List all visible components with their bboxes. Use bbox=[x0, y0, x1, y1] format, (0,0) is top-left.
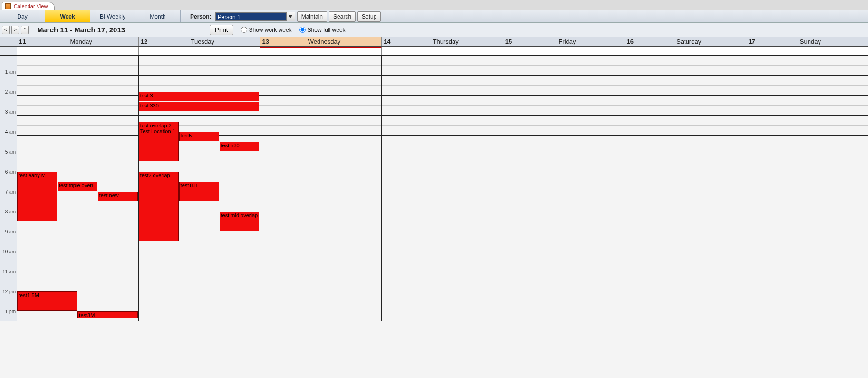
form-icon bbox=[5, 3, 11, 9]
show-full-week-radio[interactable]: Show full week bbox=[299, 27, 346, 33]
calendar-event[interactable]: test triple overl bbox=[58, 182, 97, 191]
work-week-radio-label: Show work week bbox=[249, 27, 292, 33]
view-bi-weekly[interactable]: Bi-Weekly bbox=[90, 10, 135, 22]
person-selected-value: Person 1 bbox=[215, 12, 287, 21]
hour-label: 9 am bbox=[5, 229, 16, 234]
navigation-toolbar: < > ^ March 11 - March 17, 2013 Print Sh… bbox=[0, 23, 868, 37]
view-day[interactable]: Day bbox=[0, 10, 45, 22]
view-week[interactable]: Week bbox=[45, 10, 90, 22]
day-name: Sunday bbox=[755, 38, 866, 45]
day-column-friday[interactable] bbox=[503, 56, 625, 321]
tab-strip: Calendar View bbox=[0, 0, 868, 10]
hour-label: 2 am bbox=[5, 89, 16, 95]
all-day-row bbox=[0, 47, 868, 56]
all-day-cell[interactable] bbox=[382, 47, 503, 55]
calendar-event[interactable]: test5 bbox=[179, 132, 219, 141]
person-label: Person: bbox=[181, 10, 215, 22]
day-header-row: 11Monday12Tuesday13Wednesday14Thursday15… bbox=[0, 37, 868, 47]
today-button[interactable]: ^ bbox=[21, 26, 29, 34]
tab-calendar-view[interactable]: Calendar View bbox=[2, 2, 55, 10]
calendar-event[interactable]: test new bbox=[98, 192, 138, 201]
day-header-thursday[interactable]: 14Thursday bbox=[382, 37, 503, 46]
day-header-saturday[interactable]: 16Saturday bbox=[625, 37, 747, 46]
view-month[interactable]: Month bbox=[135, 10, 181, 22]
calendar-event[interactable]: test3M bbox=[77, 311, 137, 318]
day-name: Tuesday bbox=[147, 38, 258, 45]
calendar-event[interactable]: test early M bbox=[17, 172, 57, 221]
day-name: Friday bbox=[512, 38, 622, 45]
day-header-friday[interactable]: 15Friday bbox=[503, 37, 625, 46]
time-gutter: 1 am2 am3 am4 am5 am6 am7 am8 am9 am10 a… bbox=[0, 56, 17, 321]
hour-label: 8 am bbox=[5, 209, 16, 214]
day-column-monday[interactable]: test early Mtest triple overltest newtes… bbox=[17, 56, 139, 321]
calendar-event[interactable]: test 330 bbox=[139, 102, 260, 111]
all-day-cell[interactable] bbox=[17, 47, 139, 55]
hour-label: 12 pm bbox=[2, 289, 16, 294]
hour-label: 1 pm bbox=[5, 309, 16, 314]
setup-button[interactable]: Setup bbox=[357, 11, 381, 22]
hour-label: 10 am bbox=[2, 249, 16, 254]
day-number: 12 bbox=[141, 38, 147, 45]
day-column-tuesday[interactable]: test 3test 330test overlap 2- Test Locat… bbox=[139, 56, 260, 321]
prev-week-button[interactable]: < bbox=[2, 26, 10, 34]
day-number: 16 bbox=[627, 38, 634, 45]
day-column-saturday[interactable] bbox=[625, 56, 747, 321]
show-work-week-radio[interactable]: Show work week bbox=[241, 27, 292, 33]
day-name: Saturday bbox=[634, 38, 744, 45]
day-name: Wednesday bbox=[269, 38, 379, 45]
hour-label: 11 am bbox=[2, 269, 16, 274]
calendar-event[interactable]: test 3 bbox=[139, 92, 260, 101]
hour-label: 4 am bbox=[5, 129, 16, 135]
date-range-label: March 11 - March 17, 2013 bbox=[30, 26, 125, 34]
work-week-radio-input[interactable] bbox=[241, 27, 247, 33]
all-day-gutter bbox=[0, 47, 17, 55]
calendar-event[interactable]: test2 overlap bbox=[139, 172, 179, 241]
calendar-event[interactable]: test mid overlap bbox=[220, 212, 260, 231]
hour-label: 7 am bbox=[5, 189, 16, 194]
search-button[interactable]: Search bbox=[329, 11, 356, 22]
day-header-monday[interactable]: 11Monday bbox=[17, 37, 139, 46]
print-button[interactable]: Print bbox=[210, 25, 233, 35]
day-number: 17 bbox=[748, 38, 755, 45]
all-day-cell[interactable] bbox=[260, 47, 382, 55]
hour-label: 3 am bbox=[5, 109, 16, 115]
person-dropdown-button[interactable] bbox=[287, 12, 295, 21]
hour-label: 5 am bbox=[5, 149, 16, 155]
hour-label: 1 am bbox=[5, 69, 16, 75]
day-column-wednesday[interactable] bbox=[260, 56, 382, 321]
day-name: Thursday bbox=[391, 38, 501, 45]
all-day-cell[interactable] bbox=[139, 47, 260, 55]
calendar-event[interactable]: test1-5M bbox=[17, 291, 77, 311]
day-name: Monday bbox=[26, 38, 136, 45]
all-day-cell[interactable] bbox=[625, 47, 747, 55]
day-header-sunday[interactable]: 17Sunday bbox=[746, 37, 868, 46]
chevron-down-icon bbox=[289, 15, 292, 18]
day-number: 13 bbox=[262, 38, 269, 45]
full-week-radio-input[interactable] bbox=[299, 27, 306, 33]
maintain-button[interactable]: Maintain bbox=[297, 11, 327, 22]
calendar-event[interactable]: testTu1 bbox=[179, 182, 219, 201]
hour-grid: 1 am2 am3 am4 am5 am6 am7 am8 am9 am10 a… bbox=[0, 56, 868, 321]
full-week-radio-label: Show full week bbox=[308, 27, 346, 33]
calendar-event[interactable]: test 530 bbox=[220, 142, 260, 151]
tab-label: Calendar View bbox=[14, 3, 48, 9]
day-header-tuesday[interactable]: 12Tuesday bbox=[139, 37, 260, 46]
all-day-cell[interactable] bbox=[746, 47, 868, 55]
calendar-grid: 11Monday12Tuesday13Wednesday14Thursday15… bbox=[0, 37, 868, 321]
day-column-thursday[interactable] bbox=[382, 56, 503, 321]
day-number: 14 bbox=[384, 38, 390, 45]
hour-label: 6 am bbox=[5, 169, 16, 174]
time-gutter-header bbox=[0, 37, 17, 46]
person-select[interactable]: Person 1 bbox=[215, 10, 295, 22]
day-number: 11 bbox=[19, 38, 26, 45]
day-number: 15 bbox=[505, 38, 512, 45]
all-day-cell[interactable] bbox=[503, 47, 625, 55]
next-week-button[interactable]: > bbox=[11, 26, 19, 34]
day-column-sunday[interactable] bbox=[746, 56, 868, 321]
calendar-event[interactable]: test overlap 2- Test Location 1 bbox=[139, 122, 179, 161]
view-toolbar: DayWeekBi-WeeklyMonth Person: Person 1 M… bbox=[0, 10, 868, 23]
day-header-wednesday[interactable]: 13Wednesday bbox=[260, 37, 382, 46]
